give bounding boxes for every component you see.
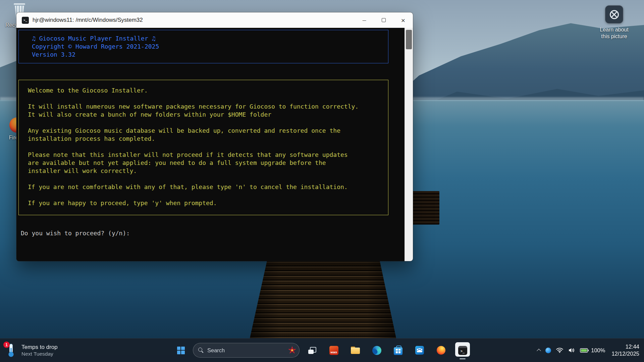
taskbar-edge-button[interactable] bbox=[368, 341, 385, 360]
taskbar-clock[interactable]: 12:44 12/12/2025 bbox=[611, 343, 639, 357]
terminal-line: are available but not yet applied: you n… bbox=[28, 159, 388, 167]
wifi-icon[interactable] bbox=[556, 348, 563, 353]
terminal-line: It will also create a bunch of new folde… bbox=[28, 111, 388, 119]
taskbar-file-explorer-button[interactable] bbox=[346, 341, 364, 360]
task-view-icon bbox=[308, 347, 316, 354]
taskbar-store-button[interactable] bbox=[389, 341, 407, 360]
spotlight-icon[interactable] bbox=[605, 5, 623, 23]
terminal-line: It will install numerous new software pa… bbox=[28, 103, 388, 111]
clock-date: 12/12/2025 bbox=[611, 350, 639, 357]
taskbar-outlook-button[interactable] bbox=[411, 341, 428, 360]
terminal-line: Please note that this installer will not… bbox=[28, 151, 388, 159]
spotlight-widget[interactable]: Learn about this picture bbox=[589, 5, 639, 40]
taskbar-m365-button[interactable]: M365 bbox=[325, 341, 342, 360]
terminal-line: Any existing Giocoso music database will… bbox=[28, 127, 388, 135]
battery-percent: 100% bbox=[591, 347, 605, 354]
edge-icon bbox=[372, 346, 381, 355]
terminal-line: installation process has completed. bbox=[28, 135, 388, 143]
firefox-taskbar-icon bbox=[437, 346, 445, 355]
window-controls: ─ × bbox=[355, 12, 413, 28]
terminal-line bbox=[28, 175, 388, 183]
terminal-line bbox=[28, 95, 388, 103]
installer-welcome-box: Welcome to the Giocoso Installer. It wil… bbox=[18, 80, 388, 215]
outlook-icon bbox=[415, 346, 424, 355]
m365-icon: M365 bbox=[329, 346, 338, 355]
terminal-output[interactable]: ♫ Giocoso Music Player Installer ♫ Copyr… bbox=[16, 28, 405, 261]
windows-logo-icon bbox=[177, 347, 185, 354]
window-title: hjr@windows11: /mnt/c/Windows/System32 bbox=[33, 17, 143, 23]
battery-icon bbox=[580, 348, 589, 353]
terminal-line: installer will work correctly. bbox=[28, 167, 388, 175]
start-button[interactable] bbox=[173, 341, 189, 360]
search-icon bbox=[198, 348, 204, 353]
terminal-scrollbar[interactable] bbox=[405, 28, 413, 261]
desktop: Recycle Bin Firefox Learn about this pic… bbox=[0, 0, 644, 362]
volume-icon[interactable] bbox=[568, 348, 575, 353]
taskbar-terminal-button[interactable]: >_ bbox=[454, 341, 471, 360]
window-titlebar[interactable]: >_ hjr@windows11: /mnt/c/Windows/System3… bbox=[16, 12, 413, 28]
weather-subtext: Next Tuesday bbox=[21, 351, 58, 357]
weather-icon: 1 bbox=[6, 343, 17, 358]
tray-app-icon[interactable] bbox=[545, 348, 551, 353]
minimize-button[interactable]: ─ bbox=[355, 12, 374, 28]
maximize-button[interactable] bbox=[374, 12, 393, 28]
installer-header-box: ♫ Giocoso Music Player Installer ♫ Copyr… bbox=[18, 30, 388, 63]
taskbar-task-view-button[interactable] bbox=[304, 341, 321, 360]
close-button[interactable]: × bbox=[393, 12, 413, 28]
terminal-taskbar-icon: >_ bbox=[458, 346, 467, 355]
maximize-icon bbox=[382, 18, 386, 22]
clock-time: 12:44 bbox=[611, 343, 639, 350]
microsoft-store-icon bbox=[394, 347, 402, 355]
terminal-line: Welcome to the Giocoso Installer. bbox=[28, 86, 388, 95]
installer-title: ♫ Giocoso Music Player Installer ♫ bbox=[32, 35, 388, 43]
weather-headline: Temps to drop bbox=[21, 344, 58, 351]
tray-overflow-chevron[interactable] bbox=[537, 349, 540, 352]
taskbar-search[interactable] bbox=[193, 343, 300, 358]
installer-copyright: Copyright © Howard Rogers 2021-2025 bbox=[32, 43, 388, 51]
search-seasonal-flower-icon bbox=[288, 346, 296, 354]
wallpaper-pier-platform bbox=[410, 191, 439, 225]
terminal-app-icon: >_ bbox=[22, 17, 29, 24]
weather-widget[interactable]: 1 Temps to drop Next Tuesday bbox=[6, 339, 58, 362]
weather-text: Temps to drop Next Tuesday bbox=[21, 344, 58, 357]
terminal-line bbox=[28, 119, 388, 127]
installer-version: Version 3.32 bbox=[32, 51, 388, 59]
proceed-prompt: Do you wish to proceed? (y/n): bbox=[21, 229, 405, 237]
search-input[interactable] bbox=[207, 347, 284, 354]
battery-indicator[interactable]: 100% bbox=[580, 347, 605, 354]
terminal-line bbox=[28, 191, 388, 199]
terminal-window: >_ hjr@windows11: /mnt/c/Windows/System3… bbox=[16, 12, 413, 261]
file-explorer-icon bbox=[351, 347, 360, 354]
scrollbar-thumb[interactable] bbox=[406, 30, 412, 49]
taskbar: 1 Temps to drop Next Tuesday M365 bbox=[0, 338, 644, 362]
terminal-line: If you are happy to proceed, type 'y' wh… bbox=[28, 199, 388, 207]
taskbar-center: M365 >_ bbox=[173, 339, 471, 362]
taskbar-firefox-button[interactable] bbox=[432, 341, 450, 360]
system-tray: 100% 12:44 12/12/2025 bbox=[537, 339, 639, 362]
terminal-line bbox=[28, 143, 388, 151]
terminal-line: If you are not comfortable with any of t… bbox=[28, 183, 388, 191]
spotlight-label: Learn about this picture bbox=[600, 26, 628, 40]
notification-badge: 1 bbox=[3, 342, 10, 348]
